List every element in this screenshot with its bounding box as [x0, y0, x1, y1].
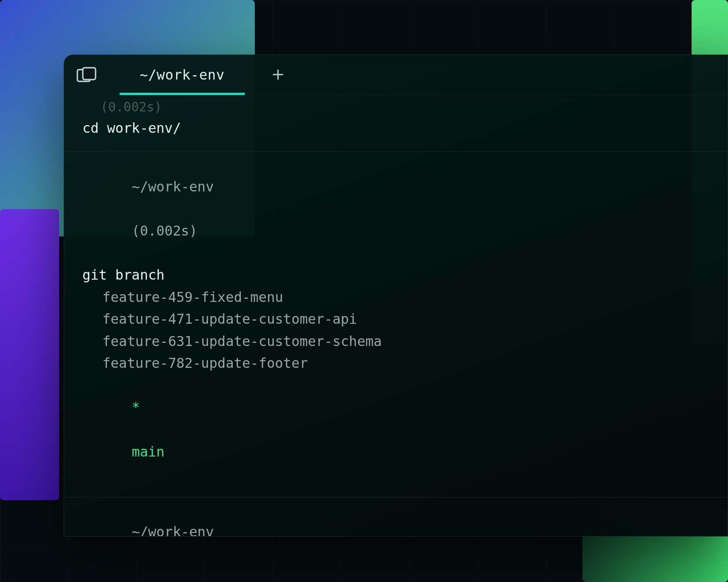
current-branch-line: * main: [82, 375, 709, 485]
current-branch: main: [131, 444, 164, 460]
new-tab-button[interactable]: [268, 66, 288, 84]
prompt-line: ~/work-env git:(main): [82, 499, 709, 537]
prompt-path: ~/work-env: [131, 524, 214, 537]
panes-icon[interactable]: [76, 66, 97, 84]
terminal-block[interactable]: ~/work-env (0.002s) git branch feature-4…: [64, 151, 728, 497]
branch-item: feature-631-update-customer-schema: [82, 331, 709, 353]
bg-blob: [0, 209, 59, 500]
branch-item: feature-782-update-footer: [82, 352, 709, 375]
tab-label: ~/work-env: [140, 67, 225, 83]
branch-item: feature-471-update-customer-api: [82, 308, 709, 331]
terminal-block[interactable]: ~/work-env git:(main) git branch -D feat…: [64, 497, 728, 537]
current-branch-marker: *: [131, 399, 140, 415]
svg-rect-1: [83, 68, 96, 80]
titlebar: ~/work-env: [64, 55, 728, 95]
branch-item: feature-459-fixed-menu: [82, 286, 709, 309]
prompt-path: ~/work-env: [131, 179, 214, 195]
terminal-window: ~/work-env (0.002s) cd work-env/ ~/work-…: [64, 55, 728, 537]
command-line: cd work-env/: [82, 117, 709, 140]
prompt-line: ~/work-env (0.002s): [82, 154, 709, 264]
tab-active[interactable]: ~/work-env: [120, 55, 245, 95]
prompt-timing: (0.002s): [131, 223, 197, 239]
prev-output-fragment: (0.002s): [82, 97, 709, 117]
terminal-block[interactable]: (0.002s) cd work-env/: [64, 95, 728, 151]
command-line: git branch: [82, 264, 709, 286]
